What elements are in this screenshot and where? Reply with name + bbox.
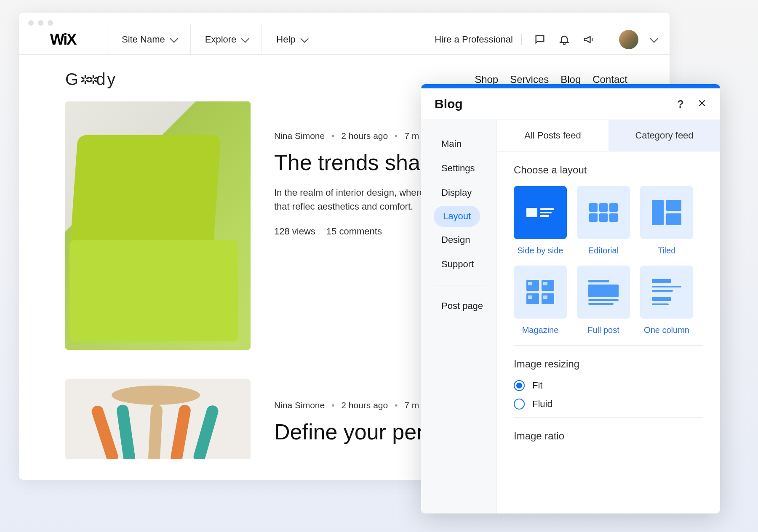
post-image [65,101,251,350]
layout-editorial[interactable]: Editorial [577,186,630,255]
image-ratio-label: Image ratio [514,430,703,442]
layout-label: Tiled [658,246,676,255]
radio-label: Fluid [532,399,552,410]
radio-icon [514,380,525,391]
nav-services[interactable]: Services [510,74,549,85]
sidebar-item-post-page[interactable]: Post page [434,295,496,317]
layout-side-by-side[interactable]: Side by side [514,186,567,255]
layout-label: Editorial [588,246,619,255]
panel-accent-bar [421,84,720,88]
layout-options: Side by side Editorial [514,186,703,335]
layout-one-column[interactable]: One column [640,266,693,335]
traffic-light-max[interactable] [48,20,53,26]
window-controls [28,20,53,26]
bell-icon[interactable] [558,33,571,46]
post-comments: 15 comments [326,226,382,237]
sidebar-item-main[interactable]: Main [434,133,496,155]
post-author: Nina Simone [274,400,325,410]
radio-fit[interactable]: Fit [514,380,703,391]
site-nav: Shop Services Blog Contact [475,74,627,85]
nav-blog[interactable]: Blog [560,74,581,85]
avatar[interactable] [619,30,638,49]
nav-contact[interactable]: Contact [593,74,627,85]
divider [607,32,607,47]
choose-layout-label: Choose a layout [514,164,703,176]
site-name-dropdown[interactable]: Site Name [107,24,191,54]
hire-professional-link[interactable]: Hire a Professional [435,34,522,45]
layout-tiled[interactable]: Tiled [640,186,693,255]
sidebar-item-support[interactable]: Support [434,253,496,276]
radio-label: Fit [532,380,542,391]
tab-all-posts[interactable]: All Posts feed [497,120,609,152]
layout-label: Full post [587,325,619,335]
chevron-down-icon [170,34,178,43]
layout-full-post[interactable]: Full post [577,266,630,335]
help-label: Help [276,34,295,45]
chevron-down-icon [300,34,309,43]
post-author: Nina Simone [274,131,325,141]
layout-label: Side by side [518,246,563,255]
panel-header: Blog ? [421,88,720,120]
app-topbar: WiX Site Name Explore Help Hire a Profes… [19,13,670,55]
chevron-down-icon [241,34,250,43]
post-read: 7 m [404,400,419,410]
sidebar-item-display[interactable]: Display [434,181,496,204]
nav-shop[interactable]: Shop [475,74,498,85]
chevron-down-icon[interactable] [650,34,658,43]
explore-dropdown[interactable]: Explore [191,24,262,54]
post-views: 128 views [274,226,315,237]
sidebar-item-layout[interactable]: Layout [434,206,480,227]
help-dropdown[interactable]: Help [262,24,320,54]
post-image [65,379,251,459]
close-icon[interactable] [697,98,707,109]
explore-label: Explore [205,34,237,45]
site-brand: G✲✲dy [65,70,117,89]
megaphone-icon[interactable] [582,33,595,46]
site-name-label: Site Name [122,34,165,45]
post-time: 2 hours ago [341,400,388,410]
layout-label: Magazine [522,325,559,335]
feed-tabs: All Posts feed Category feed [497,120,720,152]
post-time: 2 hours ago [341,131,388,141]
traffic-light-min[interactable] [38,20,43,26]
wix-logo[interactable]: WiX [19,24,107,54]
panel-title: Blog [435,97,463,111]
traffic-light-close[interactable] [28,20,34,26]
panel-main: All Posts feed Category feed Choose a la… [497,120,720,513]
blog-settings-panel: Blog ? Main Settings Display Layout Desi… [421,84,720,513]
help-icon[interactable]: ? [677,98,684,111]
tab-category-feed[interactable]: Category feed [609,120,720,152]
layout-label: One column [644,325,689,335]
layout-magazine[interactable]: Magazine [514,266,567,335]
sidebar-item-settings[interactable]: Settings [434,157,496,180]
divider [434,285,487,285]
chat-icon[interactable] [534,33,546,46]
panel-sidebar: Main Settings Display Layout Design Supp… [421,120,497,513]
radio-icon [514,399,525,410]
image-resizing-label: Image resizing [514,358,703,370]
radio-fluid[interactable]: Fluid [514,399,703,410]
sidebar-item-design[interactable]: Design [434,229,496,251]
post-read: 7 m [404,131,419,141]
